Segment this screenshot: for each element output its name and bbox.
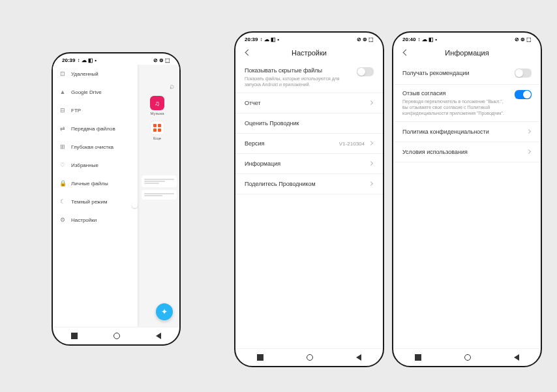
chevron-right-icon xyxy=(369,181,374,187)
chevron-right-icon xyxy=(369,161,374,166)
status-time: 20:40 xyxy=(402,37,415,42)
back-button[interactable] xyxy=(401,48,410,57)
status-right: ⊘ ⊚ ⬚ xyxy=(357,37,374,42)
nav-bar xyxy=(393,348,541,366)
status-bar: 20:39 ↕ ☁ ◧ • ⊘ ⊚ ⬚ xyxy=(235,33,383,44)
page-title: Информация xyxy=(445,49,489,57)
nav-back[interactable] xyxy=(514,354,519,361)
nav-recents[interactable] xyxy=(415,354,421,361)
music-icon: ♫ xyxy=(150,96,164,110)
setting-consent: Отзыв согласия Переводя переключатель в … xyxy=(393,85,541,122)
fab-clean-button[interactable]: ✦ xyxy=(156,303,173,320)
status-bar: 20:39 ↕ ☁ ◧ • ⊘ ⊚ ⬚ xyxy=(53,53,179,65)
nav-bar xyxy=(235,348,383,366)
chevron-right-icon xyxy=(526,149,532,155)
lock-icon: 🔒 xyxy=(59,180,66,187)
setting-report[interactable]: Отчет xyxy=(235,93,383,113)
clean-icon: ⊞ xyxy=(59,143,66,150)
status-right: ⊘ ⊚ ⬚ xyxy=(515,37,532,42)
gear-icon: ⚙ xyxy=(59,217,66,223)
ftp-icon: ⊟ xyxy=(59,107,66,113)
status-icons: ↕ ☁ ◧ • xyxy=(417,37,436,42)
nav-back[interactable] xyxy=(356,354,361,361)
drawer-item-darkmode[interactable]: ☾Темный режим xyxy=(53,192,138,211)
phone-settings: 20:39 ↕ ☁ ◧ • ⊘ ⊚ ⬚ Настройки Показывать… xyxy=(234,31,384,367)
header: Информация xyxy=(393,44,541,62)
drawer-menu: ⊡Удаленный ▲Google Drive ⊟FTP ⇄Передача … xyxy=(53,65,138,327)
nav-home[interactable] xyxy=(307,354,313,361)
page-title: Настройки xyxy=(292,49,327,57)
hidden-files-toggle[interactable] xyxy=(357,67,374,76)
phone-drawer: 20:39 ↕ ☁ ◧ • ⊘ ⊚ ⬚ ⌕ ♫ Музыка Еще xyxy=(52,52,181,346)
consent-toggle[interactable] xyxy=(515,90,532,99)
music-tile[interactable]: ♫ Музыка xyxy=(135,96,179,115)
back-button[interactable] xyxy=(243,48,252,57)
drawer-item-settings[interactable]: ⚙Настройки xyxy=(53,211,138,229)
status-time: 20:39 xyxy=(245,37,258,42)
drawer-item-remote[interactable]: ⊡Удаленный xyxy=(53,65,138,83)
status-icons: ↕ ☁ ◧ • xyxy=(77,57,96,63)
phone-info: 20:40 ↕ ☁ ◧ • ⊘ ⊚ ⬚ Информация Получать … xyxy=(392,31,542,367)
header: Настройки xyxy=(235,44,383,62)
nav-home[interactable] xyxy=(464,354,471,361)
moon-icon: ☾ xyxy=(59,198,66,205)
nav-home[interactable] xyxy=(113,333,120,339)
drawer-item-gdrive[interactable]: ▲Google Drive xyxy=(53,83,138,101)
setting-recommendations: Получать рекомендации xyxy=(393,62,541,85)
recommendations-toggle[interactable] xyxy=(515,68,532,78)
nav-recents[interactable] xyxy=(257,354,263,361)
status-bar: 20:40 ↕ ☁ ◧ • ⊘ ⊚ ⬚ xyxy=(393,33,541,44)
nav-back[interactable] xyxy=(156,333,161,339)
chevron-right-icon xyxy=(369,100,374,106)
setting-hidden-files: Показывать скрытые файлы Показать файлы,… xyxy=(235,62,383,93)
search-icon[interactable]: ⌕ xyxy=(135,82,179,91)
setting-share[interactable]: Поделитесь Проводником xyxy=(235,174,383,194)
background-content: ⌕ ♫ Музыка Еще ✦ xyxy=(135,65,179,327)
drawer-item-private[interactable]: 🔒Личные файлы xyxy=(53,174,138,192)
gdrive-icon: ▲ xyxy=(59,89,66,95)
setting-privacy[interactable]: Политика конфиденциальности xyxy=(393,122,541,142)
nav-recents[interactable] xyxy=(71,333,78,339)
more-tile[interactable]: Еще xyxy=(135,121,179,140)
transfer-icon: ⇄ xyxy=(59,125,66,132)
chevron-right-icon xyxy=(369,141,374,146)
more-icon xyxy=(150,121,164,135)
remote-icon: ⊡ xyxy=(59,70,66,77)
nav-bar xyxy=(53,327,179,344)
setting-rate[interactable]: Оценить Проводник xyxy=(235,113,383,134)
setting-version[interactable]: Версия V1-210304 xyxy=(235,134,383,154)
drawer-item-transfer[interactable]: ⇄Передача файлов xyxy=(53,119,138,138)
drawer-item-ftp[interactable]: ⊟FTP xyxy=(53,101,138,119)
drawer-item-clean[interactable]: ⊞Глубокая очистка xyxy=(53,138,138,156)
status-icons: ↕ ☁ ◧ • xyxy=(260,37,278,42)
chevron-right-icon xyxy=(526,129,532,134)
heart-icon: ♡ xyxy=(59,162,66,168)
status-right: ⊘ ⊚ ⬚ xyxy=(153,57,170,63)
setting-info[interactable]: Информация xyxy=(235,154,383,174)
drawer-item-favorites[interactable]: ♡Избранные xyxy=(53,156,138,174)
status-time: 20:39 xyxy=(62,57,75,63)
setting-terms[interactable]: Условия использования xyxy=(393,142,541,162)
